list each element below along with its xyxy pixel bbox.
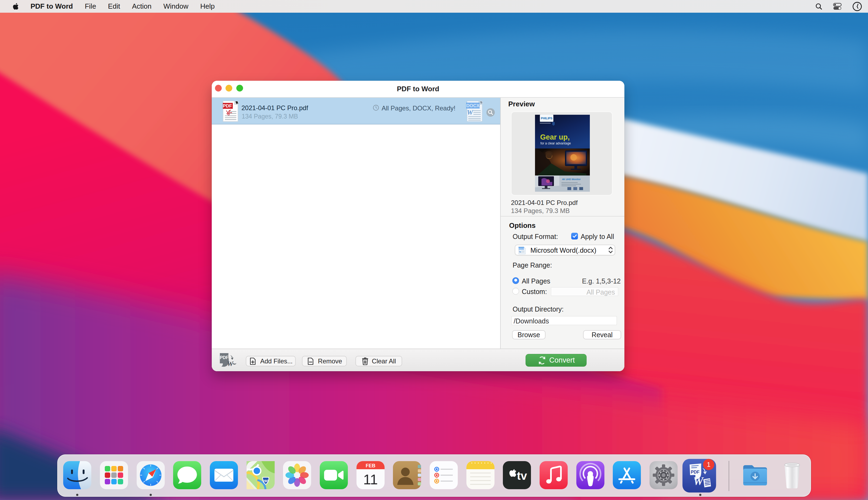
svg-text:FEB: FEB bbox=[366, 463, 375, 468]
svg-text:W: W bbox=[467, 109, 473, 116]
svg-text:Gear up,: Gear up, bbox=[540, 133, 570, 141]
svg-text:PDF: PDF bbox=[223, 103, 232, 109]
svg-text:tv: tv bbox=[517, 469, 527, 482]
svg-text:1: 1 bbox=[707, 461, 711, 468]
svg-text:PDF: PDF bbox=[691, 469, 699, 474]
svg-text:PDF: PDF bbox=[220, 355, 228, 360]
svg-text:PHILIPS: PHILIPS bbox=[541, 117, 553, 120]
svg-text:4K UHD Monitor: 4K UHD Monitor bbox=[562, 178, 580, 181]
svg-text:DOCX: DOCX bbox=[519, 248, 524, 250]
svg-text:W: W bbox=[227, 360, 234, 368]
svg-text:for a clear advantage: for a clear advantage bbox=[540, 141, 571, 145]
svg-text:11: 11 bbox=[363, 471, 378, 487]
svg-text:280: 280 bbox=[263, 479, 269, 483]
svg-text:DOCX: DOCX bbox=[466, 103, 480, 108]
svg-text:W: W bbox=[693, 475, 704, 487]
